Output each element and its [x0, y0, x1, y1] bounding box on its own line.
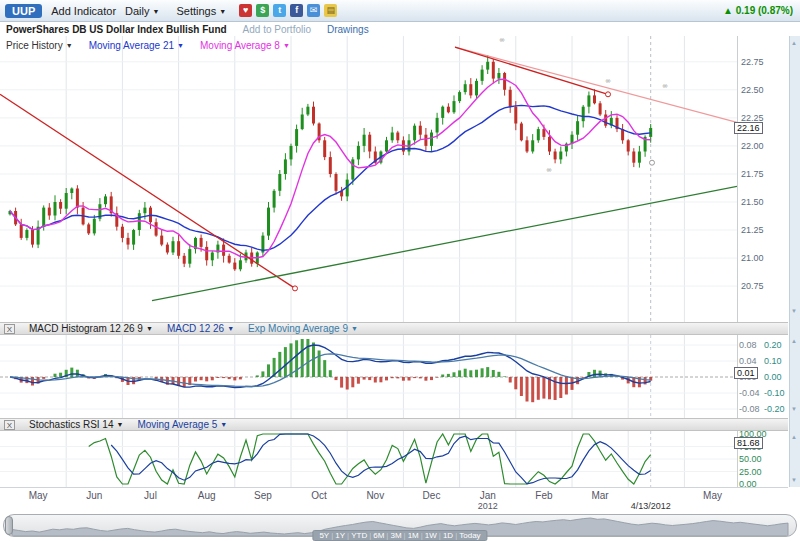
close-panel-button[interactable]: X [4, 324, 15, 334]
macd-dropdown[interactable]: MACD 12 26▼ [167, 323, 234, 334]
subheader: PowerShares DB US Dollar Index Bullish F… [0, 23, 800, 36]
range-button-1w[interactable]: 1W [423, 531, 439, 540]
notes-icon[interactable]: ▤ [324, 4, 337, 17]
ticker-symbol[interactable]: UUP [5, 4, 42, 18]
stochastics-rsi-dropdown[interactable]: Stochastics RSI 14▼ [29, 419, 123, 430]
add-indicator-button[interactable]: Add Indicator [51, 5, 116, 17]
month-label: Mar [591, 490, 608, 501]
zoom-slider-left-handle[interactable] [5, 516, 13, 535]
chevron-down-icon: ▼ [66, 42, 73, 49]
moving-average-21-dropdown[interactable]: Moving Average 21▼ [89, 40, 184, 51]
chevron-down-icon: ▼ [153, 8, 160, 15]
axis-tick: -0.08 [739, 404, 760, 414]
add-to-portfolio-button[interactable]: Add to Portfolio [243, 24, 311, 35]
right-scrollbar-gutter[interactable] [789, 36, 800, 487]
indicator-label: Price History [6, 40, 63, 51]
range-button-1y[interactable]: 1Y [333, 531, 347, 540]
axis-tick: -0.04 [739, 388, 760, 398]
axis-tick: 21.50 [741, 197, 764, 207]
indicator-label: MACD 12 26 [167, 323, 224, 334]
axis-extra-label: 4/13/2012 [631, 501, 671, 511]
month-label: Sep [254, 490, 272, 501]
month-label: Aug [198, 490, 216, 501]
moving-average-8-dropdown[interactable]: Moving Average 8▼ [200, 40, 290, 51]
axis-tick: 22.75 [741, 57, 764, 67]
twitter-icon[interactable]: t [273, 4, 286, 17]
social-icons: ♥$tf✉▤ [239, 4, 337, 17]
month-label: May [29, 490, 48, 501]
scroll-up-icon[interactable]: ▲ [791, 434, 797, 440]
timeframe-label: Daily [125, 5, 149, 17]
range-button-3m[interactable]: 3M [388, 531, 403, 540]
chevron-down-icon: ▼ [177, 42, 184, 49]
chevron-down-icon: ▼ [146, 325, 153, 332]
axis-tick: 50.00 [739, 454, 762, 464]
fund-name: PowerShares DB US Dollar Index Bullish F… [6, 24, 227, 35]
month-label: Jul [144, 490, 157, 501]
price-current-badge: 22.16 [734, 122, 763, 134]
moving-average-5-dropdown[interactable]: Moving Average 5▼ [137, 419, 227, 430]
stochastics-chart[interactable] [0, 431, 737, 487]
close-panel-button[interactable]: X [4, 420, 15, 430]
month-label: Oct [311, 490, 327, 501]
scroll-down-icon[interactable]: ▼ [791, 406, 797, 412]
axis-tick: 0.08 [739, 340, 757, 350]
month-label: Feb [535, 490, 552, 501]
range-buttons: 5Y|1Y|YTD|6M|3M|1M|1W|1D|Today [312, 530, 487, 541]
macd-current-badge: 0.01 [734, 367, 758, 379]
axis-tick: 22.00 [741, 141, 764, 151]
macd-histogram-dropdown[interactable]: MACD Histogram 12 26 9▼ [29, 323, 153, 334]
chevron-down-icon: ▼ [283, 42, 290, 49]
price-history-dropdown[interactable]: Price History▼ [6, 40, 73, 51]
month-label: Jan [480, 490, 496, 501]
range-button-today[interactable]: Today [457, 531, 482, 540]
axis-tick: 0.04 [739, 356, 757, 366]
axis-tick: 0.20 [764, 340, 782, 350]
chevron-down-icon: ▼ [116, 421, 123, 428]
app-window: UUP Add Indicator Daily▼ Settings▼ ♥$tf✉… [0, 0, 800, 541]
range-button-1d[interactable]: 1D [441, 531, 455, 540]
range-button-5y[interactable]: 5Y [317, 531, 331, 540]
exp-moving-average-dropdown[interactable]: Exp Moving Average 9▼ [248, 323, 358, 334]
indicator-label: Moving Average 5 [137, 419, 217, 430]
change-value: 0.19 (0.87%) [736, 5, 793, 16]
month-label: Jun [86, 490, 102, 501]
macd-chart[interactable] [0, 335, 737, 418]
indicator-label: Moving Average 8 [200, 40, 280, 51]
range-button-6m[interactable]: 6M [371, 531, 386, 540]
mail-icon[interactable]: ✉ [307, 4, 320, 17]
svg-text:∞: ∞ [500, 36, 505, 43]
axis-tick: -0.20 [764, 404, 785, 414]
axis-tick: 21.25 [741, 225, 764, 235]
price-axis: 22.7522.5022.2522.0021.7521.5021.2521.00… [737, 36, 788, 322]
scroll-down-icon[interactable]: ▼ [791, 308, 797, 314]
month-label: Nov [366, 490, 384, 501]
price-change: ▲ 0.19 (0.87%) [723, 5, 795, 16]
axis-tick: 21.00 [741, 253, 764, 263]
svg-text:∞: ∞ [606, 77, 611, 84]
settings-label: Settings [176, 5, 216, 17]
range-button-ytd[interactable]: YTD [349, 531, 369, 540]
axis-tick: 21.75 [741, 169, 764, 179]
indicator-label: Exp Moving Average 9 [248, 323, 348, 334]
axis-tick: 0.10 [764, 356, 782, 366]
stocktwits-icon[interactable]: $ [256, 4, 269, 17]
heart-icon[interactable]: ♥ [239, 4, 252, 17]
scroll-up-icon[interactable]: ▲ [791, 338, 797, 344]
macd-panel-header: X MACD Histogram 12 26 9▼ MACD 12 26▼ Ex… [0, 322, 788, 335]
timeframe-dropdown[interactable]: Daily▼ [125, 5, 159, 17]
indicator-label: Stochastics RSI 14 [29, 419, 113, 430]
axis-tick: 22.50 [741, 85, 764, 95]
month-label: Dec [423, 490, 441, 501]
price-chart[interactable]: ∞∞∞∞ [0, 36, 737, 322]
indicator-label: MACD Histogram 12 26 9 [29, 323, 143, 334]
settings-dropdown[interactable]: Settings▼ [176, 5, 226, 17]
scroll-up-icon[interactable]: ▲ [791, 40, 797, 46]
scroll-down-icon[interactable]: ▼ [791, 477, 797, 483]
range-button-1m[interactable]: 1M [406, 531, 421, 540]
up-arrow-icon: ▲ [723, 5, 733, 16]
axis-tick: 20.75 [741, 281, 764, 291]
chevron-down-icon: ▼ [220, 421, 227, 428]
drawings-button[interactable]: Drawings [327, 24, 369, 35]
facebook-icon[interactable]: f [290, 4, 303, 17]
